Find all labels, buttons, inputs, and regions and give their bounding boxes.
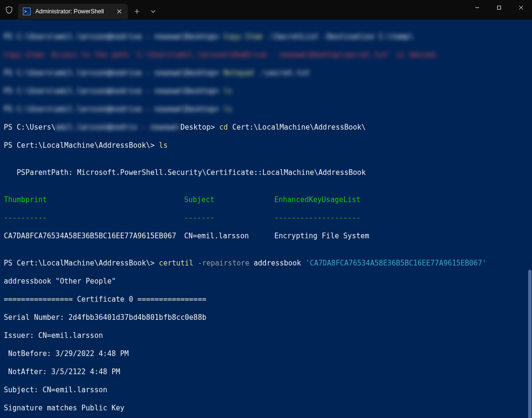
output-line: NotAfter: 3/5/2122 4:48 PM bbox=[4, 367, 528, 377]
tab-title: Administrator: PowerShell bbox=[35, 8, 111, 15]
output-line: NotBefore: 3/29/2022 4:48 PM bbox=[4, 349, 528, 358]
terminal-pane[interactable]: PS C:\Users\emil.larsson@nodrive - nowow… bbox=[0, 20, 532, 418]
close-button[interactable] bbox=[510, 0, 532, 15]
prompt-line: PS Cert:\LocalMachine\AddressBook\> ls bbox=[4, 141, 528, 150]
output-line: ================ Certificate 0 =========… bbox=[4, 295, 528, 304]
tab-close-button[interactable] bbox=[115, 8, 123, 15]
table-row: CA7DA8FCA76534A58E36B5BC16EE77A9615EB067… bbox=[4, 232, 528, 241]
tab-dropdown-button[interactable] bbox=[146, 4, 160, 19]
output-line: Issuer: CN=emil.larsson bbox=[4, 331, 528, 340]
scrollbar-thumb[interactable] bbox=[528, 270, 532, 418]
output-line: PSParentPath: Microsoft.PowerShell.Secur… bbox=[4, 168, 528, 177]
prompt-line: PS Cert:\LocalMachine\AddressBook\> cert… bbox=[4, 259, 528, 268]
output-line: Signature matches Public Key bbox=[4, 404, 528, 413]
shield-icon bbox=[0, 0, 18, 20]
maximize-button[interactable] bbox=[488, 0, 510, 15]
new-tab-button[interactable] bbox=[130, 4, 144, 19]
output-line: Subject: CN=emil.larsson bbox=[4, 386, 528, 395]
svg-rect-0 bbox=[498, 6, 501, 10]
table-header: ThumbprintSubjectEnhancedKeyUsageList bbox=[4, 195, 528, 204]
powershell-icon: >_ bbox=[23, 8, 31, 15]
output-line: Serial Number: 2d4fbb36401d37bd4b801bfb8… bbox=[4, 313, 528, 322]
window-controls bbox=[466, 0, 532, 15]
minimize-button[interactable] bbox=[466, 0, 488, 15]
prompt-line: PS C:\Users\emil.larsson@nodriv - nowowe… bbox=[4, 123, 528, 132]
tab-powershell[interactable]: >_ Administrator: PowerShell bbox=[18, 4, 128, 19]
tab-actions bbox=[130, 4, 160, 19]
title-bar: >_ Administrator: PowerShell bbox=[0, 0, 532, 20]
output-line: addressbook "Other People" bbox=[4, 277, 528, 286]
